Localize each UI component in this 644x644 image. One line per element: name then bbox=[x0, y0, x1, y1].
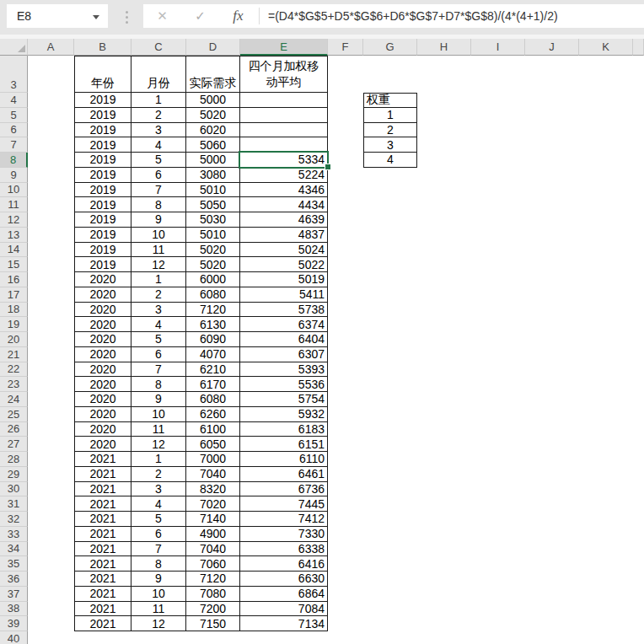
cell-E3[interactable]: 四个月加权移动平均 bbox=[240, 56, 328, 93]
row-header-5[interactable]: 5 bbox=[0, 108, 28, 123]
row-header-19[interactable]: 19 bbox=[0, 317, 28, 332]
row-header-31[interactable]: 31 bbox=[0, 496, 28, 512]
cell-E16[interactable]: 5019 bbox=[240, 272, 328, 287]
cell-B3[interactable]: 年份 bbox=[74, 56, 131, 93]
cell-C15[interactable]: 12 bbox=[131, 257, 186, 272]
name-box-dropdown-icon[interactable] bbox=[93, 15, 99, 23]
cell-C33[interactable]: 6 bbox=[131, 527, 186, 542]
cell-C26[interactable]: 11 bbox=[131, 422, 186, 437]
cell-C17[interactable]: 2 bbox=[131, 287, 186, 303]
cell-B32[interactable]: 2021 bbox=[74, 512, 131, 527]
cell-E28[interactable]: 6110 bbox=[240, 452, 328, 467]
cell-C35[interactable]: 8 bbox=[131, 556, 186, 572]
column-header-B[interactable]: B bbox=[74, 39, 131, 56]
row-header-17[interactable]: 17 bbox=[0, 287, 28, 303]
row-header-10[interactable]: 10 bbox=[0, 183, 28, 198]
cell-D9[interactable]: 3080 bbox=[186, 168, 240, 183]
cell-E12[interactable]: 4639 bbox=[240, 212, 328, 228]
cell-D11[interactable]: 5050 bbox=[186, 197, 240, 212]
cell-G5[interactable]: 1 bbox=[363, 108, 417, 123]
cell-D20[interactable]: 6090 bbox=[186, 332, 240, 347]
cell-B12[interactable]: 2019 bbox=[74, 212, 131, 228]
row-header-11[interactable]: 11 bbox=[0, 197, 28, 212]
cell-D23[interactable]: 6170 bbox=[186, 377, 240, 392]
row-header-22[interactable]: 22 bbox=[0, 362, 28, 378]
cell-D29[interactable]: 7040 bbox=[186, 467, 240, 482]
cell-B31[interactable]: 2021 bbox=[74, 496, 131, 512]
cell-B36[interactable]: 2021 bbox=[74, 572, 131, 587]
cell-C10[interactable]: 7 bbox=[131, 183, 186, 198]
column-header-F[interactable]: F bbox=[328, 39, 363, 56]
select-all-corner[interactable] bbox=[0, 39, 28, 56]
cell-B10[interactable]: 2019 bbox=[74, 183, 131, 198]
cell-D14[interactable]: 5020 bbox=[186, 243, 240, 258]
row-header-18[interactable]: 18 bbox=[0, 303, 28, 318]
cell-C9[interactable]: 6 bbox=[131, 168, 186, 183]
cell-B7[interactable]: 2019 bbox=[74, 137, 131, 153]
cell-G7[interactable]: 3 bbox=[363, 137, 417, 153]
cell-D3[interactable]: 实际需求 bbox=[186, 56, 240, 93]
row-header-36[interactable]: 36 bbox=[0, 572, 28, 587]
cell-D39[interactable]: 7150 bbox=[186, 616, 240, 631]
insert-function-icon[interactable]: fx bbox=[219, 8, 257, 24]
column-header-K[interactable]: K bbox=[579, 39, 633, 56]
cell-D10[interactable]: 5010 bbox=[186, 183, 240, 198]
row-header-25[interactable]: 25 bbox=[0, 407, 28, 422]
cell-C4[interactable]: 1 bbox=[131, 93, 186, 108]
cell-E6[interactable] bbox=[240, 123, 328, 138]
cell-D8[interactable]: 5000 bbox=[186, 153, 240, 168]
row-header-12[interactable]: 12 bbox=[0, 212, 28, 228]
cell-E11[interactable]: 4434 bbox=[240, 197, 328, 212]
cell-E4[interactable] bbox=[240, 93, 328, 108]
cell-D28[interactable]: 7000 bbox=[186, 452, 240, 467]
row-header-37[interactable]: 37 bbox=[0, 587, 28, 602]
cell-E32[interactable]: 7412 bbox=[240, 512, 328, 527]
row-header-23[interactable]: 23 bbox=[0, 377, 28, 392]
cell-D38[interactable]: 7200 bbox=[186, 602, 240, 617]
cell-B38[interactable]: 2021 bbox=[74, 602, 131, 617]
cell-C19[interactable]: 4 bbox=[131, 317, 186, 332]
cell-B37[interactable]: 2021 bbox=[74, 587, 131, 602]
row-header-21[interactable]: 21 bbox=[0, 347, 28, 362]
cell-D35[interactable]: 7060 bbox=[186, 556, 240, 572]
cell-C36[interactable]: 9 bbox=[131, 572, 186, 587]
cell-B19[interactable]: 2020 bbox=[74, 317, 131, 332]
cell-E21[interactable]: 6307 bbox=[240, 347, 328, 362]
cell-D12[interactable]: 5030 bbox=[186, 212, 240, 228]
column-header-C[interactable]: C bbox=[131, 39, 186, 56]
cell-B33[interactable]: 2021 bbox=[74, 527, 131, 542]
column-header-E[interactable]: E bbox=[240, 39, 328, 56]
column-header-J[interactable]: J bbox=[525, 39, 579, 56]
cell-C34[interactable]: 7 bbox=[131, 542, 186, 557]
cell-E33[interactable]: 7330 bbox=[240, 527, 328, 542]
cell-E39[interactable]: 7134 bbox=[240, 616, 328, 631]
cell-C13[interactable]: 10 bbox=[131, 228, 186, 243]
cell-D15[interactable]: 5020 bbox=[186, 257, 240, 272]
cell-D17[interactable]: 6080 bbox=[186, 287, 240, 303]
cell-B11[interactable]: 2019 bbox=[74, 197, 131, 212]
row-header-8[interactable]: 8 bbox=[0, 153, 28, 168]
cell-E14[interactable]: 5024 bbox=[240, 243, 328, 258]
cell-D27[interactable]: 6050 bbox=[186, 437, 240, 452]
cell-E8[interactable]: 5334 bbox=[240, 153, 328, 168]
cell-E25[interactable]: 5932 bbox=[240, 407, 328, 422]
cell-E13[interactable]: 4837 bbox=[240, 228, 328, 243]
cell-E29[interactable]: 6461 bbox=[240, 467, 328, 482]
cell-C5[interactable]: 2 bbox=[131, 108, 186, 123]
cell-E18[interactable]: 5738 bbox=[240, 303, 328, 318]
cell-D16[interactable]: 6000 bbox=[186, 272, 240, 287]
row-header-29[interactable]: 29 bbox=[0, 467, 28, 482]
row-header-20[interactable]: 20 bbox=[0, 332, 28, 347]
cell-C3[interactable]: 月份 bbox=[131, 56, 186, 93]
cell-D33[interactable]: 4900 bbox=[186, 527, 240, 542]
cell-D26[interactable]: 6100 bbox=[186, 422, 240, 437]
row-header-4[interactable]: 4 bbox=[0, 93, 28, 108]
row-header-33[interactable]: 33 bbox=[0, 527, 28, 542]
cell-B21[interactable]: 2020 bbox=[74, 347, 131, 362]
cell-C8[interactable]: 5 bbox=[131, 153, 186, 168]
cell-C38[interactable]: 11 bbox=[131, 602, 186, 617]
row-header-32[interactable]: 32 bbox=[0, 512, 28, 527]
cell-E20[interactable]: 6404 bbox=[240, 332, 328, 347]
cell-B8[interactable]: 2019 bbox=[74, 153, 131, 168]
cell-B27[interactable]: 2020 bbox=[74, 437, 131, 452]
